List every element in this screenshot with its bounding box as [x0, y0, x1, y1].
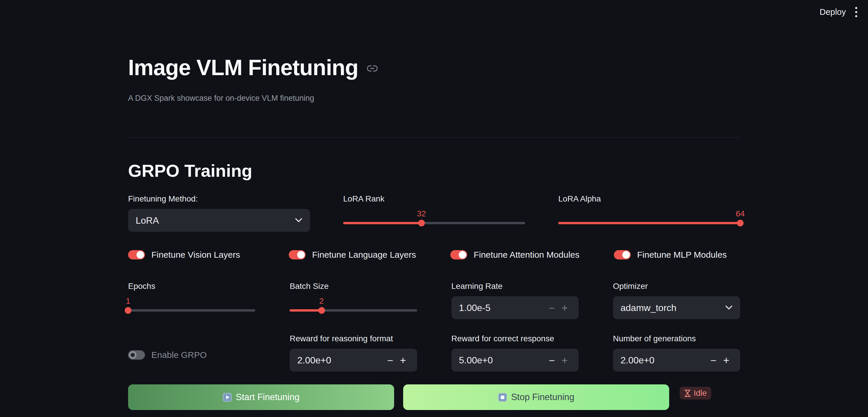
reward-correct-label: Reward for correct response: [452, 334, 579, 344]
toggle-switch[interactable]: [450, 250, 467, 260]
finetuning-method-dropdown[interactable]: LoRA: [128, 209, 310, 232]
toggle-knob: [622, 251, 630, 259]
toggle-label: Finetune MLP Modules: [637, 250, 727, 260]
toggle-finetune-language-layers[interactable]: Finetune Language Layers: [289, 250, 416, 260]
optimizer-label: Optimizer: [613, 281, 740, 291]
decrement-button[interactable]: −: [546, 354, 558, 367]
slider-track[interactable]: [290, 309, 417, 311]
finetuning-method-label: Finetuning Method:: [128, 194, 310, 204]
main-content: Image VLM Finetuning A DGX Spark showcas…: [128, 0, 740, 417]
slider-fill: [290, 309, 321, 311]
app-header: Deploy: [820, 5, 858, 19]
slider-handle[interactable]: [418, 220, 425, 227]
learning-rate-input[interactable]: 1.00e-5 − +: [452, 296, 579, 319]
lora-alpha-slider[interactable]: 64: [558, 209, 740, 227]
toggle-knob: [459, 251, 466, 259]
batch-size-value: 2: [319, 296, 324, 306]
toggle-label: Finetune Vision Layers: [151, 250, 240, 260]
lora-rank-label: LoRA Rank: [343, 194, 525, 204]
decrement-button[interactable]: −: [546, 302, 558, 314]
play-icon: [223, 393, 232, 402]
reward-format-field: Reward for reasoning format 2.00e+0 − +: [290, 334, 417, 371]
start-finetuning-label: Start Finetuning: [236, 392, 300, 403]
reward-format-label: Reward for reasoning format: [290, 334, 417, 344]
slider-handle[interactable]: [125, 307, 131, 314]
divider: [128, 137, 740, 138]
hourglass-icon: [684, 389, 691, 397]
chevron-down-icon: [725, 305, 733, 311]
toggle-label: Finetune Language Layers: [312, 250, 416, 260]
batch-size-label: Batch Size: [290, 281, 417, 291]
page-title: Image VLM Finetuning: [128, 55, 358, 80]
learning-rate-field: Learning Rate 1.00e-5 − +: [452, 281, 579, 319]
learning-rate-label: Learning Rate: [452, 281, 579, 291]
reward-format-value[interactable]: 2.00e+0: [297, 355, 384, 366]
slider-track[interactable]: [128, 309, 255, 311]
stop-finetuning-button[interactable]: Stop Finetuning: [403, 384, 669, 410]
deploy-button[interactable]: Deploy: [820, 7, 846, 17]
chevron-down-icon: [295, 218, 303, 224]
optimizer-value: adamw_torch: [621, 303, 721, 313]
finetuning-method-value: LoRA: [136, 215, 291, 226]
epochs-slider[interactable]: 1: [128, 296, 255, 314]
num-generations-field: Number of generations 2.00e+0 − +: [613, 334, 740, 371]
finetuning-method-field: Finetuning Method: LoRA: [128, 194, 310, 232]
link-icon[interactable]: [367, 65, 377, 73]
stop-icon: [498, 393, 507, 402]
epochs-value: 1: [126, 296, 130, 306]
lora-alpha-label: LoRA Alpha: [558, 194, 740, 204]
slider-track[interactable]: [343, 222, 525, 224]
increment-button[interactable]: +: [397, 354, 409, 367]
slider-fill: [343, 222, 422, 224]
slider-handle[interactable]: [318, 307, 325, 314]
page-subtitle: A DGX Spark showcase for on-device VLM f…: [128, 94, 314, 103]
reward-correct-field: Reward for correct response 5.00e+0 − +: [452, 334, 579, 371]
toggle-finetune-vision-layers[interactable]: Finetune Vision Layers: [128, 250, 254, 260]
lora-alpha-value: 64: [736, 209, 745, 218]
toggle-label: Enable GRPO: [151, 350, 207, 360]
increment-button[interactable]: +: [720, 354, 733, 367]
slider-handle[interactable]: [737, 220, 744, 227]
increment-button[interactable]: +: [558, 302, 571, 314]
toggle-enable-grpo[interactable]: Enable GRPO: [128, 338, 255, 371]
num-generations-input[interactable]: 2.00e+0 − +: [613, 349, 740, 371]
status-label: Idle: [694, 388, 707, 398]
optimizer-dropdown[interactable]: adamw_torch: [613, 296, 740, 319]
stop-finetuning-label: Stop Finetuning: [511, 392, 574, 403]
lora-alpha-field: LoRA Alpha 64: [558, 194, 740, 232]
toggle-knob: [136, 251, 144, 259]
batch-size-slider[interactable]: 2: [290, 296, 417, 314]
lora-rank-value: 32: [417, 209, 426, 218]
decrement-button[interactable]: −: [384, 354, 397, 367]
start-finetuning-button[interactable]: Start Finetuning: [128, 384, 394, 410]
num-generations-value[interactable]: 2.00e+0: [621, 355, 707, 366]
slider-track[interactable]: [558, 222, 740, 224]
lora-rank-slider[interactable]: 32: [343, 209, 525, 227]
reward-correct-input[interactable]: 5.00e+0 − +: [452, 349, 579, 371]
section-heading: GRPO Training: [128, 161, 252, 181]
optimizer-field: Optimizer adamw_torch: [613, 281, 740, 319]
increment-button[interactable]: +: [558, 354, 571, 367]
toggle-knob: [297, 251, 305, 259]
toggle-switch[interactable]: [128, 350, 145, 360]
epochs-field: Epochs 1: [128, 281, 255, 319]
toggle-knob: [129, 351, 136, 359]
toggle-switch[interactable]: [128, 250, 145, 260]
status-badge: Idle: [680, 387, 711, 399]
reward-correct-value[interactable]: 5.00e+0: [459, 355, 546, 366]
toggle-finetune-attention-modules[interactable]: Finetune Attention Modules: [450, 250, 580, 260]
toggle-switch[interactable]: [614, 250, 631, 260]
epochs-label: Epochs: [128, 281, 255, 291]
num-generations-label: Number of generations: [613, 334, 740, 344]
kebab-menu-icon[interactable]: [854, 5, 858, 19]
learning-rate-value[interactable]: 1.00e-5: [459, 303, 546, 313]
lora-rank-field: LoRA Rank 32: [343, 194, 525, 232]
toggle-finetune-mlp-modules[interactable]: Finetune MLP Modules: [614, 250, 740, 260]
slider-fill: [558, 222, 740, 224]
reward-format-input[interactable]: 2.00e+0 − +: [290, 349, 417, 371]
decrement-button[interactable]: −: [707, 354, 720, 367]
batch-size-field: Batch Size 2: [290, 281, 417, 319]
toggle-switch[interactable]: [289, 250, 306, 260]
toggle-label: Finetune Attention Modules: [473, 250, 580, 260]
